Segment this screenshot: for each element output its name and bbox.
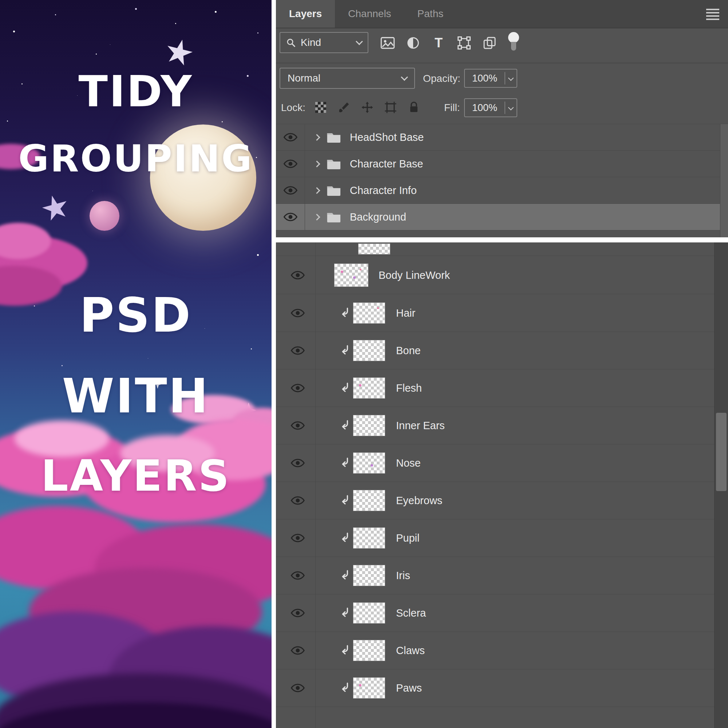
visibility-toggle[interactable] xyxy=(291,421,305,430)
eye-icon[interactable] xyxy=(291,496,305,505)
visibility-toggle[interactable] xyxy=(291,533,305,543)
group-name[interactable]: Background xyxy=(350,211,406,223)
layer-row[interactable]: Body LineWork xyxy=(276,256,728,294)
layer-thumbnail[interactable] xyxy=(353,678,385,699)
eye-icon[interactable] xyxy=(283,186,298,195)
layer-name[interactable]: Paws xyxy=(396,682,422,694)
visibility-toggle[interactable] xyxy=(291,571,305,580)
expand-chevron-icon[interactable] xyxy=(314,187,320,194)
eye-icon[interactable] xyxy=(291,533,305,543)
eye-icon[interactable] xyxy=(291,458,305,468)
layer-thumbnail[interactable] xyxy=(353,340,385,361)
group-name[interactable]: HeadShot Base xyxy=(350,132,424,144)
lock-all-padlock-icon[interactable] xyxy=(407,101,421,114)
layer-group-row-selected[interactable]: Background xyxy=(276,204,728,230)
layer-name[interactable]: Pupil xyxy=(396,532,420,544)
layer-group-row[interactable]: Character Base xyxy=(276,151,728,177)
visibility-toggle[interactable] xyxy=(276,151,305,177)
group-name[interactable]: Character Base xyxy=(350,158,423,170)
layer-thumbnail[interactable] xyxy=(353,378,385,399)
layer-thumbnail[interactable] xyxy=(353,565,385,586)
visibility-toggle[interactable] xyxy=(276,124,305,150)
expand-chevron-icon[interactable] xyxy=(314,161,320,167)
lock-position-move-icon[interactable] xyxy=(360,101,374,114)
panel-menu-icon[interactable] xyxy=(706,9,719,20)
eye-icon[interactable] xyxy=(291,646,305,655)
clipped-layer-row[interactable]: Hair xyxy=(276,294,728,332)
blend-mode-select[interactable]: Normal xyxy=(280,68,415,89)
eye-icon[interactable] xyxy=(291,683,305,693)
eye-icon[interactable] xyxy=(291,346,305,355)
layer-thumbnail[interactable] xyxy=(358,243,390,254)
eye-icon[interactable] xyxy=(283,159,298,168)
scrollbar-track[interactable] xyxy=(714,242,728,728)
layer-thumbnail[interactable] xyxy=(353,490,385,511)
layer-name[interactable]: Iris xyxy=(396,570,410,582)
clipped-layer-row[interactable]: Claws xyxy=(276,632,728,669)
visibility-toggle[interactable] xyxy=(291,383,305,393)
eye-icon[interactable] xyxy=(291,571,305,580)
clipped-layer-row[interactable]: Bone xyxy=(276,332,728,369)
layer-thumbnail[interactable] xyxy=(353,640,385,661)
visibility-toggle[interactable] xyxy=(291,608,305,618)
lock-artboard-frame-icon[interactable] xyxy=(384,101,398,114)
clipped-layer-row[interactable]: Paws xyxy=(276,669,728,707)
eye-icon[interactable] xyxy=(283,133,298,142)
layer-name[interactable]: Claws xyxy=(396,645,425,657)
layer-thumbnail[interactable] xyxy=(353,603,385,624)
filter-pixel-layers-icon[interactable] xyxy=(380,35,395,51)
layer-thumbnail[interactable] xyxy=(334,263,369,287)
visibility-toggle[interactable] xyxy=(291,271,305,280)
fill-select[interactable]: 100% xyxy=(464,98,517,117)
clipped-layer-row[interactable]: Eyebrows xyxy=(276,482,728,519)
visibility-toggle[interactable] xyxy=(291,496,305,505)
tab-channels[interactable]: Channels xyxy=(335,0,404,28)
layer-name[interactable]: Sclera xyxy=(396,607,426,619)
group-name[interactable]: Character Info xyxy=(350,185,417,197)
layer-name[interactable]: Nose xyxy=(396,457,421,469)
filter-shape-layers-icon[interactable] xyxy=(457,35,471,51)
clipped-layer-row[interactable]: Iris xyxy=(276,557,728,594)
layer-name[interactable]: Bone xyxy=(396,345,421,357)
eye-icon[interactable] xyxy=(291,308,305,318)
eye-icon[interactable] xyxy=(291,383,305,393)
expand-chevron-icon[interactable] xyxy=(314,134,320,141)
layer-filtering-toggle[interactable] xyxy=(508,32,520,53)
clipped-layer-row[interactable]: Pupil xyxy=(276,519,728,557)
layer-thumbnail[interactable] xyxy=(353,415,385,436)
clipped-layer-row[interactable]: Flesh xyxy=(276,369,728,407)
layer-name[interactable]: Eyebrows xyxy=(396,495,442,507)
visibility-toggle[interactable] xyxy=(276,204,305,230)
opacity-select[interactable]: 100% xyxy=(464,69,517,88)
layer-thumbnail[interactable] xyxy=(353,303,385,324)
clipped-layer-row[interactable]: Inner Ears xyxy=(276,407,728,444)
eye-icon[interactable] xyxy=(291,608,305,618)
filter-kind-select[interactable]: Kind xyxy=(280,32,369,53)
filter-adjustment-layers-icon[interactable] xyxy=(406,35,421,51)
scrollbar-track[interactable] xyxy=(720,124,728,237)
tab-paths[interactable]: Paths xyxy=(404,0,457,28)
filter-type-layers-icon[interactable]: T xyxy=(431,35,446,51)
layer-name[interactable]: Flesh xyxy=(396,382,422,394)
visibility-toggle[interactable] xyxy=(276,177,305,203)
layer-name[interactable]: Hair xyxy=(396,307,415,319)
clipped-layer-row[interactable]: Sclera xyxy=(276,594,728,632)
lock-image-brush-icon[interactable] xyxy=(337,101,351,114)
visibility-toggle[interactable] xyxy=(291,683,305,693)
tab-layers[interactable]: Layers xyxy=(276,0,335,28)
filter-smart-objects-icon[interactable] xyxy=(482,35,497,51)
layer-group-row[interactable]: Character Info xyxy=(276,177,728,204)
layer-thumbnail[interactable] xyxy=(353,453,385,474)
visibility-toggle[interactable] xyxy=(291,646,305,655)
lock-transparency-icon[interactable] xyxy=(314,101,327,114)
layer-name[interactable]: Inner Ears xyxy=(396,420,445,432)
layer-name[interactable]: Body LineWork xyxy=(379,269,450,281)
visibility-toggle[interactable] xyxy=(291,458,305,468)
visibility-toggle[interactable] xyxy=(291,308,305,318)
scrollbar-thumb[interactable] xyxy=(716,413,726,491)
layer-thumbnail[interactable] xyxy=(353,528,385,549)
eye-icon[interactable] xyxy=(291,271,305,280)
expand-chevron-icon[interactable] xyxy=(314,214,320,220)
layer-group-row[interactable]: HeadShot Base xyxy=(276,124,728,151)
clipped-layer-row[interactable]: Nose xyxy=(276,444,728,482)
